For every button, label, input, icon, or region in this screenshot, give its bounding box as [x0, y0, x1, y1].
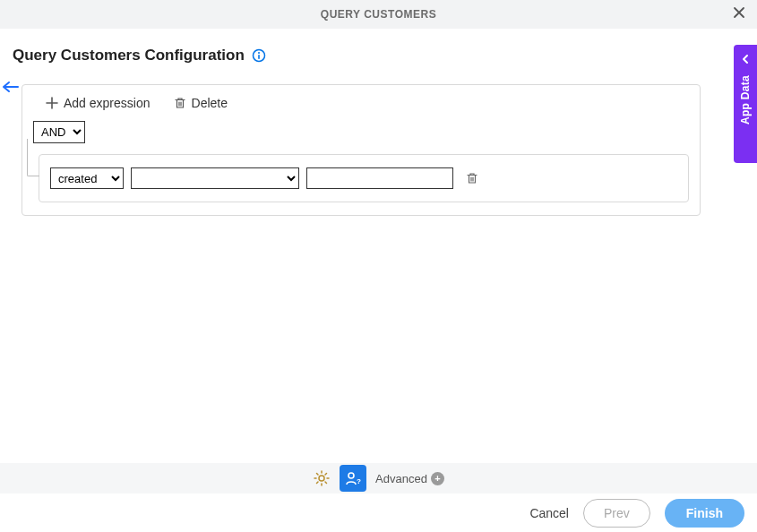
back-arrow-icon[interactable] [2, 81, 20, 97]
query-panel: Add expression Delete AND created [22, 84, 701, 216]
tree-connector [27, 139, 39, 176]
user-help-icon[interactable]: ? [340, 465, 366, 492]
field-select[interactable]: created [50, 167, 124, 189]
panel-toolbar: Add expression Delete [46, 96, 689, 110]
svg-point-3 [319, 476, 324, 481]
page-title: Query Customers Configuration [13, 47, 245, 64]
expression-row: created [50, 167, 677, 189]
close-icon[interactable] [732, 5, 746, 23]
footer-toolbar: ? Advanced + [0, 463, 757, 493]
gear-icon[interactable] [313, 469, 331, 487]
delete-button[interactable]: Delete [174, 96, 228, 110]
header-title: QUERY CUSTOMERS [321, 8, 436, 21]
row-delete-icon[interactable] [466, 172, 478, 184]
prev-button[interactable]: Prev [583, 499, 650, 528]
page-title-row: Query Customers Configuration [13, 47, 744, 64]
svg-point-4 [348, 473, 354, 478]
info-icon[interactable] [252, 48, 266, 63]
svg-point-1 [258, 52, 260, 54]
footer-buttons: Cancel Prev Finish [0, 493, 757, 532]
header-bar: QUERY CUSTOMERS [0, 0, 757, 29]
logic-operator-select[interactable]: AND [33, 121, 85, 143]
side-tab-label: App Data [739, 75, 752, 124]
plus-icon [46, 97, 58, 109]
trash-icon [174, 97, 186, 109]
cancel-button[interactable]: Cancel [529, 506, 569, 520]
value-input[interactable] [306, 167, 453, 189]
add-expression-button[interactable]: Add expression [46, 96, 151, 110]
advanced-toggle[interactable]: Advanced + [375, 472, 444, 485]
advanced-label: Advanced [375, 472, 427, 485]
add-expression-label: Add expression [64, 96, 151, 110]
svg-text:?: ? [357, 477, 361, 485]
finish-button[interactable]: Finish [665, 499, 744, 528]
main-area: Query Customers Configuration Add expres… [0, 29, 757, 216]
svg-rect-2 [258, 55, 260, 59]
app-data-side-tab[interactable]: App Data [734, 45, 757, 163]
expression-group: created [39, 154, 689, 202]
chevron-left-icon [740, 52, 751, 68]
plus-circle-icon: + [431, 472, 444, 485]
delete-label: Delete [192, 96, 228, 110]
operator-select[interactable] [131, 167, 299, 189]
